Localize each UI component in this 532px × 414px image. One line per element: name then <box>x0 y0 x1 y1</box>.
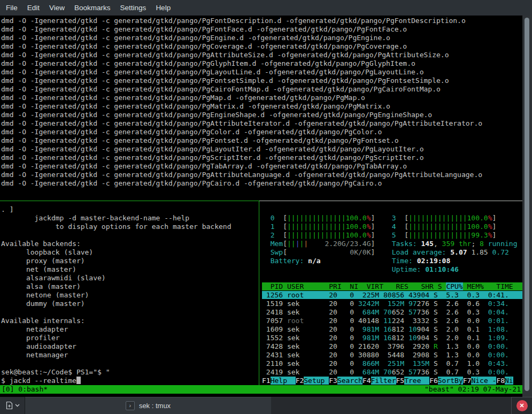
build-line: dmd -O -Igenerated/gtkd -c generated/gtk… <box>1 94 482 102</box>
tab-title: sek : tmux <box>139 402 171 410</box>
menu-item-help[interactable]: Help <box>151 0 175 16</box>
jack-line: proxy (master) <box>1 257 231 265</box>
terminal-activity-icon: › <box>126 401 135 410</box>
jack-line: netadapter <box>1 325 231 334</box>
jack-line <box>1 308 231 317</box>
build-line: dmd -O -Igenerated/gtkd -c generated/gtk… <box>1 162 482 171</box>
htop-line: PID USER PRI NI VIRT RES SHR S CPU% MEM%… <box>262 282 532 291</box>
terminal-area[interactable]: dmd -O -Igenerated/gtkd -c generated/gtk… <box>0 16 532 397</box>
tmux-host-clock: "beast" 02:19 07-May-21 <box>425 385 521 394</box>
htop-line: 2110 sek 20 0 866M 251M 135M S 0.7 1.0 0… <box>262 359 532 368</box>
tab-bar: › sek : tmux ✕ <box>0 397 532 414</box>
chevron-down-icon <box>15 404 20 407</box>
menu-item-edit[interactable]: Edit <box>22 0 44 16</box>
tab-sek-tmux[interactable]: › sek : tmux <box>25 397 271 414</box>
menu-item-file[interactable]: File <box>1 0 22 16</box>
menu-item-view[interactable]: View <box>44 0 70 16</box>
text-cursor <box>76 377 81 384</box>
htop-line: 0 [||||||||||||||100.0%] 3 [||||||||||||… <box>262 214 532 223</box>
htop-line: 1552 sek 20 0 981M 16812 10904 S 2.0 0.1… <box>262 334 532 342</box>
build-line: dmd -O -Igenerated/gtkd -c generated/gtk… <box>1 17 482 25</box>
htop-line: 2419 sek 20 0 684M 70652 57736 S 0.7 0.3… <box>262 368 532 377</box>
jack-line <box>1 231 231 240</box>
jack-line <box>1 359 231 368</box>
htop-line: 7057 root 20 0 40148 11224 3332 S 2.6 0.… <box>262 317 532 325</box>
close-tab-button[interactable]: ✕ <box>511 397 532 414</box>
build-line: dmd -O -Igenerated/gtkd -c generated/gtk… <box>1 51 482 59</box>
build-line: dmd -O -Igenerated/gtkd -c generated/gtk… <box>1 136 482 145</box>
tmux-session-window[interactable]: [0] 0:bash* <box>2 385 48 394</box>
tab-bar-spacer <box>271 397 511 414</box>
build-line: dmd -O -Igenerated/gtkd -c generated/gtk… <box>1 179 482 188</box>
build-line: dmd -O -Igenerated/gtkd -c generated/gtk… <box>1 102 482 111</box>
htop-line: 1256 root 20 0 225M 80856 43904 S 5.3 0.… <box>262 291 532 300</box>
jack-line: netone (master) <box>1 291 231 300</box>
scrollbar-thumb[interactable] <box>525 18 529 391</box>
jack-line: profiler <box>1 334 231 342</box>
build-line: dmd -O -Igenerated/gtkd -c generated/gtk… <box>1 59 482 68</box>
jack-line: dummy (master) <box>1 300 231 308</box>
menu-item-bookmarks[interactable]: Bookmarks <box>70 0 115 16</box>
konsole-window: FileEditViewBookmarksSettingsHelp dmd -O… <box>0 0 532 414</box>
build-line: dmd -O -Igenerated/gtkd -c generated/gtk… <box>1 34 482 42</box>
tmux-pane-border-horizontal <box>259 201 522 201</box>
menu-bar: FileEditViewBookmarksSettingsHelp <box>0 0 532 16</box>
new-tab-button[interactable] <box>0 397 25 414</box>
build-output-pane: dmd -O -Igenerated/gtkd -c generated/gtk… <box>1 17 482 188</box>
build-line: dmd -O -Igenerated/gtkd -c generated/gtk… <box>1 128 482 136</box>
jack-line: . ] <box>1 205 231 214</box>
new-tab-icon <box>5 401 13 410</box>
scrollbar-track[interactable] <box>522 16 532 397</box>
shell-prompt-line[interactable]: $ jackd --realtime <box>1 377 231 385</box>
jack-line: jackdmp -d master-backend-name --help <box>1 214 231 223</box>
build-line: dmd -O -Igenerated/gtkd -c generated/gtk… <box>1 25 482 34</box>
jack-line: net (master) <box>1 265 231 274</box>
htop-pane: 0 [||||||||||||||100.0%] 3 [||||||||||||… <box>262 214 532 385</box>
htop-line: 1609 sek 20 0 981M 16812 10904 S 2.0 0.1… <box>262 325 532 334</box>
htop-line <box>262 274 532 282</box>
build-line: dmd -O -Igenerated/gtkd -c generated/gtk… <box>1 111 482 119</box>
jack-line: loopback (slave) <box>1 248 231 257</box>
jack-line: audioadapter <box>1 342 231 351</box>
build-line: dmd -O -Igenerated/gtkd -c generated/gtk… <box>1 154 482 162</box>
jack-line: Available internals: <box>1 317 231 325</box>
jack-line: to display options for each master backe… <box>1 223 231 231</box>
tmux-pane-border-vertical <box>259 201 259 385</box>
htop-line: Swp[ 0K/0K] Load average: 5.07 1.85 0.72 <box>262 248 532 257</box>
htop-line: 7428 sek 20 0 21620 3796 2920 R 1.3 0.0 … <box>262 342 532 351</box>
htop-line: 1519 sek 20 0 3242M 152M 97276 S 2.6 0.6… <box>262 300 532 308</box>
tmux-pane-border-horizontal-active <box>0 201 259 201</box>
jack-line: netmanager <box>1 351 231 359</box>
jack-line: alsarawmidi (slave) <box>1 274 231 282</box>
htop-line: F1Help F2Setup F3SearchF4FilterF5Tree F6… <box>262 377 532 385</box>
htop-line: 2431 sek 20 0 30880 5448 2908 S 1.3 0.0 … <box>262 351 532 359</box>
build-line: dmd -O -Igenerated/gtkd -c generated/gtk… <box>1 85 482 94</box>
build-line: dmd -O -Igenerated/gtkd -c generated/gtk… <box>1 42 482 51</box>
jack-shell-pane: . ] jackdmp -d master-backend-name --hel… <box>1 205 231 385</box>
htop-line: Battery: n/a Time: 02:19:08 <box>262 257 532 265</box>
menu-item-settings[interactable]: Settings <box>115 0 151 16</box>
build-line: dmd -O -Igenerated/gtkd -c generated/gtk… <box>1 76 482 85</box>
htop-line: 1 [||||||||||||||100.0%] 4 [||||||||||||… <box>262 223 532 231</box>
htop-line: 2 [||||||||||||||100.0%] 5 [||||||||||||… <box>262 231 532 240</box>
htop-line: Uptime: 01:10:46 <box>262 265 532 274</box>
htop-line: Mem[||||| 2.20G/23.4G] Tasks: 145, 359 t… <box>262 240 532 248</box>
jack-line: Available backends: <box>1 240 231 248</box>
jack-line: alsa (master) <box>1 282 231 291</box>
tmux-status-bar: [0] 0:bash* "beast" 02:19 07-May-21 <box>0 385 522 394</box>
jack-line: sek@beast:~/Code$ PS1="$ " <box>1 368 231 377</box>
build-line: dmd -O -Igenerated/gtkd -c generated/gtk… <box>1 171 482 179</box>
build-line: dmd -O -Igenerated/gtkd -c generated/gtk… <box>1 145 482 154</box>
htop-line: 2418 sek 20 0 684M 70652 57736 S 2.6 0.3… <box>262 308 532 317</box>
close-icon: ✕ <box>516 400 528 411</box>
build-line: dmd -O -Igenerated/gtkd -c generated/gtk… <box>1 119 482 128</box>
build-line: dmd -O -Igenerated/gtkd -c generated/gtk… <box>1 68 482 76</box>
